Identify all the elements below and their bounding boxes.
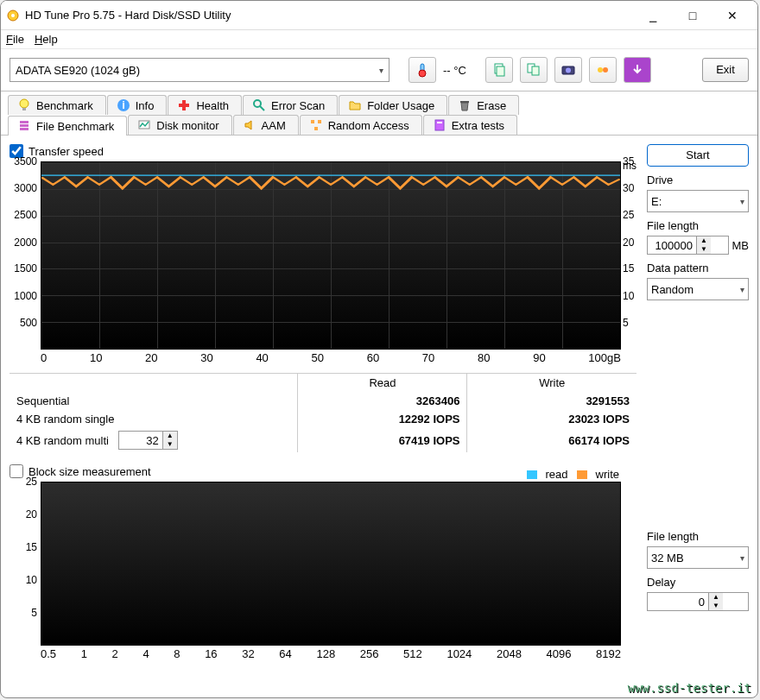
spinner-up-icon[interactable]: ▲	[697, 236, 711, 245]
block-size-section: Block size measurement MB/s read write 2…	[10, 464, 636, 660]
toolbar: ADATA SE920 (1024 gB) ▾ -- °C Exit	[1, 49, 757, 91]
spinner-down-icon[interactable]: ▼	[697, 245, 711, 254]
copy-button[interactable]	[485, 57, 513, 83]
exit-button[interactable]: Exit	[702, 58, 749, 82]
tab-random-access[interactable]: Random Access	[300, 115, 422, 135]
y-ticks-right: 35 30 25 20 15 10 5	[621, 161, 636, 350]
spinner-up-icon[interactable]: ▲	[163, 432, 177, 440]
file-length-unit: MB	[732, 239, 750, 252]
chevron-down-icon: ▾	[379, 66, 383, 75]
file-length2-label: File length	[647, 530, 749, 543]
health-icon	[177, 98, 191, 112]
maximize-button[interactable]: □	[673, 3, 712, 28]
results-table: Read Write Sequential 3263406 3291553 4 …	[10, 373, 636, 452]
drive-combo[interactable]: E:▾	[647, 190, 749, 212]
screenshot-button[interactable]	[554, 57, 582, 83]
tab-benchmark[interactable]: Benchmark	[8, 95, 106, 115]
multi-threads-spinner[interactable]: ▲▼	[118, 431, 178, 450]
left-panel: Transfer speed MB/s ms 3500 3000 2500 20…	[10, 144, 636, 660]
copy-all-button[interactable]	[520, 57, 548, 83]
bulb-icon	[17, 98, 31, 112]
tabs-row1: Benchmark iInfo Health Error Scan Folder…	[1, 91, 757, 135]
file-length-label: File length	[647, 219, 749, 232]
data-pattern-label: Data pattern	[647, 262, 749, 274]
svg-point-12	[20, 99, 28, 108]
folder-icon	[348, 98, 362, 112]
close-button[interactable]: ✕	[712, 3, 752, 28]
temperature-button[interactable]	[408, 57, 436, 83]
spinner-down-icon[interactable]: ▼	[163, 440, 177, 449]
thermometer-icon	[415, 62, 430, 78]
svg-rect-22	[20, 124, 28, 127]
svg-rect-5	[497, 66, 504, 76]
tab-aam[interactable]: AAM	[233, 115, 299, 135]
svg-rect-20	[460, 101, 469, 103]
download-arrow-icon	[630, 62, 645, 78]
delay-spinner[interactable]: ▲▼	[647, 592, 749, 611]
magnifier-icon	[252, 98, 266, 112]
transfer-speed-row: Transfer speed	[10, 144, 636, 158]
legend-read-swatch	[527, 470, 537, 479]
save-button[interactable]	[589, 57, 617, 83]
tab-erase[interactable]: Erase	[448, 95, 519, 115]
delay-label: Delay	[647, 576, 749, 589]
menu-help[interactable]: Help	[35, 33, 58, 46]
tab-health[interactable]: Health	[168, 95, 242, 115]
spinner-down-icon[interactable]: ▼	[709, 602, 723, 610]
block-chart	[41, 482, 621, 646]
block-size-label: Block size measurement	[28, 465, 151, 478]
tab-file-benchmark[interactable]: File Benchmark	[8, 116, 127, 136]
multi-threads-input[interactable]	[119, 434, 162, 447]
menu-file[interactable]: File	[6, 33, 24, 46]
tab-error-scan[interactable]: Error Scan	[243, 95, 338, 115]
svg-rect-23	[20, 128, 28, 130]
file-length-spinner[interactable]: ▲▼	[647, 236, 729, 255]
chevron-down-icon: ▾	[740, 553, 744, 563]
data-pattern-combo[interactable]: Random▾	[647, 278, 749, 300]
svg-point-1	[11, 14, 15, 17]
right-sidebar: Start Drive E:▾ File length ▲▼ MB Data p…	[647, 144, 749, 660]
file-length-input[interactable]	[648, 239, 696, 252]
tab-info[interactable]: iInfo	[107, 95, 168, 115]
tab-folder-usage[interactable]: Folder Usage	[339, 95, 447, 115]
svg-point-11	[603, 67, 608, 73]
tabs-area: Benchmark iInfo Health Error Scan Folder…	[1, 91, 757, 669]
start-button[interactable]: Start	[647, 144, 749, 167]
speaker-icon	[243, 118, 256, 132]
save-icon	[595, 62, 611, 78]
file-length2-field: File length 32 MB▾	[647, 530, 749, 569]
tab-extra-tests[interactable]: Extra tests	[423, 115, 517, 135]
tab-disk-monitor[interactable]: Disk monitor	[128, 115, 231, 135]
drive-select[interactable]: ADATA SE920 (1024 gB) ▾	[10, 58, 390, 82]
svg-rect-25	[311, 120, 314, 123]
random-icon	[309, 118, 323, 132]
svg-point-9	[566, 68, 571, 73]
block-legend: read write	[527, 468, 619, 481]
chevron-down-icon: ▾	[740, 197, 744, 206]
legend-write-swatch	[577, 470, 587, 479]
x-ticks: 0102030405060708090100gB	[41, 350, 621, 364]
block-x-ticks: 0.512481632641282565121024204840968192	[41, 646, 621, 660]
block-size-checkbox[interactable]	[10, 464, 23, 478]
delay-input[interactable]	[648, 596, 708, 609]
temperature-value: -- °C	[443, 64, 466, 77]
camera-icon	[560, 62, 576, 78]
drive-field: Drive E:▾	[647, 173, 749, 212]
svg-line-19	[260, 106, 264, 110]
minimize-button[interactable]: ⎯	[633, 3, 673, 28]
options-button[interactable]	[624, 57, 651, 83]
svg-rect-13	[22, 108, 26, 110]
svg-point-10	[598, 67, 603, 73]
spinner-up-icon[interactable]: ▲	[709, 593, 723, 602]
file-length2-combo[interactable]: 32 MB▾	[647, 546, 749, 569]
y-ticks-left: 3500 3000 2500 2000 1500 1000 500	[10, 161, 41, 350]
app-window: HD Tune Pro 5.75 - Hard Disk/SSD Utility…	[0, 0, 758, 698]
results-row-random-single: 4 KB random single 12292 IOPS 23023 IOPS	[10, 410, 636, 428]
file-benchmark-content: Transfer speed MB/s ms 3500 3000 2500 20…	[1, 135, 757, 669]
svg-rect-29	[437, 122, 442, 123]
svg-rect-27	[314, 127, 318, 130]
copy-icon	[491, 62, 507, 78]
window-controls: ⎯ □ ✕	[633, 3, 752, 28]
svg-rect-28	[435, 120, 444, 130]
file-benchmark-icon	[17, 119, 31, 133]
